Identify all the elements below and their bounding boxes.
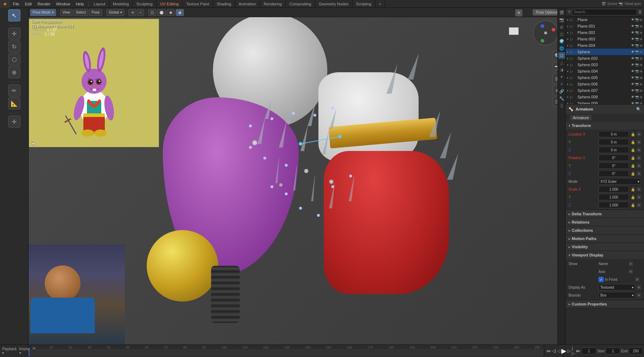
eye-icon[interactable]: 👁 — [631, 18, 634, 21]
eye-icon[interactable]: 👁 — [631, 24, 634, 28]
outliner-item-sphere[interactable]: ▸ ▷ Sphere 👁 📷 ◉ — [566, 49, 644, 55]
prop-icon-material[interactable]: ◑ — [558, 67, 565, 73]
color-swatch[interactable] — [509, 27, 519, 35]
bounds-select[interactable]: Box ▾ — [599, 292, 635, 298]
transform-section-header[interactable]: ▾ Transform — [566, 122, 644, 129]
location-z-value[interactable]: 0 m — [599, 147, 629, 153]
camera-icon[interactable]: 📷 — [635, 24, 639, 28]
in-front-dot[interactable]: ● — [635, 277, 639, 282]
rotation-z-lock[interactable]: 🔒 — [630, 171, 635, 176]
outliner-item-plane004[interactable]: ▸ ▷ Plane.004 👁 📷 ◉ — [566, 42, 644, 49]
location-x-dot[interactable]: ● — [637, 132, 641, 136]
camera-icon[interactable]: 📷 — [635, 89, 639, 92]
end-frame-field[interactable] — [629, 348, 643, 354]
outliner-item-plane003[interactable]: ▸ ▷ Plane.003 👁 📷 ◉ — [566, 36, 644, 42]
delta-transform-header[interactable]: ▸ Delta Transform — [566, 210, 644, 218]
rotation-z-value[interactable]: 0° — [599, 170, 629, 177]
gizmo-circle[interactable] — [533, 20, 558, 45]
eye-icon[interactable]: 👁 — [631, 44, 634, 47]
menu-render[interactable]: Render — [35, 0, 53, 8]
shading-wireframe[interactable]: ◫ — [148, 9, 156, 16]
location-y-lock[interactable]: 🔒 — [630, 140, 635, 145]
shading-solid[interactable]: ⬤ — [157, 9, 166, 16]
armature-name-label[interactable]: Armature — [570, 115, 592, 121]
custom-props-header[interactable]: ▸ Custom Properties — [566, 300, 644, 308]
location-z-dot[interactable]: ● — [637, 148, 641, 152]
outliner-item-sphere008[interactable]: ▸ ▷ Sphere.008 👁 📷 ◉ — [566, 94, 644, 100]
menu-help[interactable]: Help — [73, 0, 87, 8]
outliner-item-sphere005[interactable]: ▸ ▷ Sphere.005 👁 📷 ◉ — [566, 74, 644, 81]
bounds-dot[interactable]: ● — [637, 293, 641, 297]
outliner-item-plane002[interactable]: ▸ ▷ Plane.002 👁 📷 ◉ — [566, 29, 644, 36]
ws-geometry-nodes[interactable]: Geometry Nodes — [315, 0, 352, 8]
rotate-tool[interactable]: ↻ — [8, 40, 20, 53]
rotation-y-dot[interactable]: ● — [637, 163, 641, 168]
shading-rendered[interactable]: ◕ — [176, 9, 184, 16]
gizmo-x-axis[interactable] — [552, 28, 555, 31]
mini-viewport[interactable]: 🏠 — [29, 19, 159, 147]
shading-material[interactable]: ◉ — [167, 9, 175, 16]
timeline-center[interactable]: 1 10 20 30 40 50 60 70 80 90 100 110 120… — [29, 345, 544, 357]
play-btn[interactable]: ▶ — [561, 347, 566, 355]
location-x-lock[interactable]: 🔒 — [630, 132, 635, 137]
rotation-x-dot[interactable]: ● — [637, 156, 641, 160]
prop-icon-object[interactable]: □ — [558, 52, 565, 59]
ws-scripting[interactable]: Scripting — [352, 0, 375, 8]
ws-uv-editing[interactable]: UV Editing — [156, 0, 182, 8]
camera-icon[interactable]: 📷 — [635, 102, 639, 104]
playback-dropdown[interactable]: Playback ▾ — [1, 346, 18, 356]
viewport-display-header[interactable]: ▾ Viewport Display — [566, 251, 644, 259]
scale-z-lock[interactable]: 🔒 — [630, 202, 635, 207]
camera-icon[interactable]: 📷 — [635, 44, 639, 47]
prop-icon-scene2[interactable]: 🌍 — [558, 38, 565, 44]
rotation-y-lock[interactable]: 🔒 — [630, 163, 635, 168]
in-front-checkbox[interactable]: ✓ — [599, 277, 604, 282]
render-icon[interactable]: ◉ — [640, 57, 643, 60]
ws-sculpting[interactable]: Sculpting — [133, 0, 156, 8]
menu-edit[interactable]: Edit — [22, 0, 35, 8]
pose-menu[interactable]: Pose — [89, 9, 102, 16]
ws-add[interactable]: + — [375, 0, 385, 8]
location-z-lock[interactable]: 🔒 — [630, 147, 635, 152]
axis-dot[interactable]: ● — [629, 269, 633, 274]
prop-icon-physics[interactable]: ⚛ — [558, 81, 565, 87]
location-x-value[interactable]: 0 m — [599, 131, 629, 137]
eye-icon[interactable]: 👁 — [631, 50, 634, 54]
ws-compositing[interactable]: Compositing — [286, 0, 315, 8]
next-keyframe-btn[interactable]: |▷ — [572, 346, 575, 356]
outliner-item-sphere009[interactable]: ▸ ▷ Sphere.009 👁 📷 ◉ — [566, 100, 644, 104]
eye-icon[interactable]: 👁 — [631, 63, 634, 67]
collections-header[interactable]: ▸ Collections — [566, 226, 644, 234]
visibility-header[interactable]: ▸ Visibility — [566, 243, 644, 251]
eye-icon[interactable]: 👁 — [631, 102, 634, 104]
cursor-tool[interactable]: ✛ — [8, 116, 20, 128]
outliner-item-sphere006[interactable]: ▸ ▷ Sphere.006 👁 📷 ◉ — [566, 81, 644, 87]
outliner-item-sphere004[interactable]: ▸ ▷ Sphere.004 👁 📷 ◉ — [566, 68, 644, 74]
snap-btn[interactable]: ⊲ — [128, 9, 136, 16]
scene-name[interactable]: Scene — [607, 2, 617, 6]
camera-icon[interactable]: 📷 — [635, 57, 639, 60]
location-y-value[interactable]: 0 m — [599, 139, 629, 145]
prop-icon-modifier[interactable]: 🔧 — [558, 95, 565, 102]
next-frame-btn[interactable]: ▷ — [567, 348, 571, 353]
scale-x-value[interactable]: 1.000 — [599, 186, 629, 192]
display-as-select[interactable]: Textured ▾ — [599, 284, 635, 290]
outliner-item-sphere007[interactable]: ▸ ▷ Sphere.007 👁 📷 ◉ — [566, 87, 644, 94]
ws-modeling[interactable]: Modeling — [109, 0, 133, 8]
eye-icon[interactable]: 👁 — [631, 76, 634, 79]
outliner-item-plane[interactable]: ▸ ▷ Plane 👁 📷 ◉ — [566, 16, 644, 23]
display-as-dot[interactable]: ● — [637, 285, 641, 289]
camera-icon[interactable]: 📷 — [635, 95, 639, 99]
start-frame-field[interactable] — [606, 348, 620, 354]
prop-icon-viewlayer[interactable]: ◫ — [558, 31, 565, 37]
camera-icon[interactable]: 📷 — [635, 76, 639, 79]
eye-icon[interactable]: 👁 — [631, 31, 634, 34]
gizmo-z-axis[interactable] — [541, 24, 544, 28]
camera-icon[interactable]: 📷 — [635, 31, 639, 34]
camera-icon[interactable]: 📷 — [635, 37, 639, 41]
ws-shading[interactable]: Shading — [213, 0, 235, 8]
camera-icon[interactable]: 📷 — [635, 50, 639, 54]
view-menu[interactable]: View — [60, 9, 73, 16]
eye-icon[interactable]: 👁 — [631, 69, 634, 73]
menu-window[interactable]: Window — [53, 0, 73, 8]
